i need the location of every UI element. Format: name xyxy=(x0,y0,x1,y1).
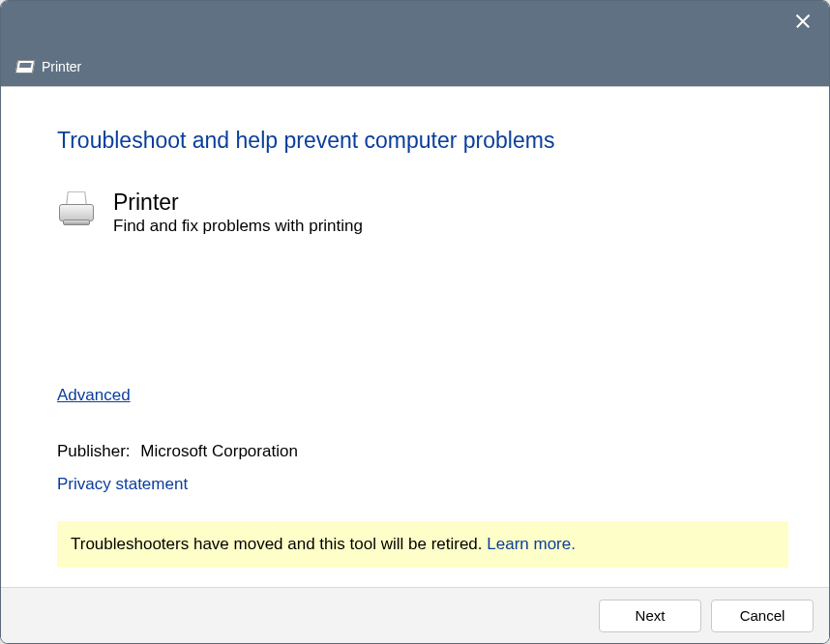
publisher-value: Microsoft Corporation xyxy=(140,442,298,460)
privacy-statement-link[interactable]: Privacy statement xyxy=(57,475,188,494)
category-text: Printer Find and fix problems with print… xyxy=(113,190,363,236)
advanced-link[interactable]: Advanced xyxy=(57,386,131,405)
publisher-row: Publisher: Microsoft Corporation xyxy=(57,442,773,461)
learn-more-link[interactable]: Learn more. xyxy=(487,535,576,553)
close-icon[interactable] xyxy=(794,13,812,30)
window-title: Printer xyxy=(42,59,81,74)
cancel-button[interactable]: Cancel xyxy=(711,600,814,632)
titlebar xyxy=(1,1,829,47)
page-heading: Troubleshoot and help prevent computer p… xyxy=(57,128,773,154)
notice-text: Troubleshooters have moved and this tool… xyxy=(71,535,487,553)
category-description: Find and fix problems with printing xyxy=(113,217,363,236)
publisher-label: Publisher: xyxy=(57,442,131,460)
next-button[interactable]: Next xyxy=(599,600,701,632)
printer-small-icon xyxy=(15,60,35,73)
footer: Next Cancel xyxy=(1,587,829,643)
troubleshooter-window: Printer Troubleshoot and help prevent co… xyxy=(0,0,830,644)
subheader: Printer xyxy=(1,47,829,86)
category-row: Printer Find and fix problems with print… xyxy=(57,190,773,236)
category-title: Printer xyxy=(113,190,363,215)
printer-icon xyxy=(57,190,96,225)
content-area: Troubleshoot and help prevent computer p… xyxy=(1,86,829,587)
notice-banner: Troubleshooters have moved and this tool… xyxy=(57,521,788,568)
